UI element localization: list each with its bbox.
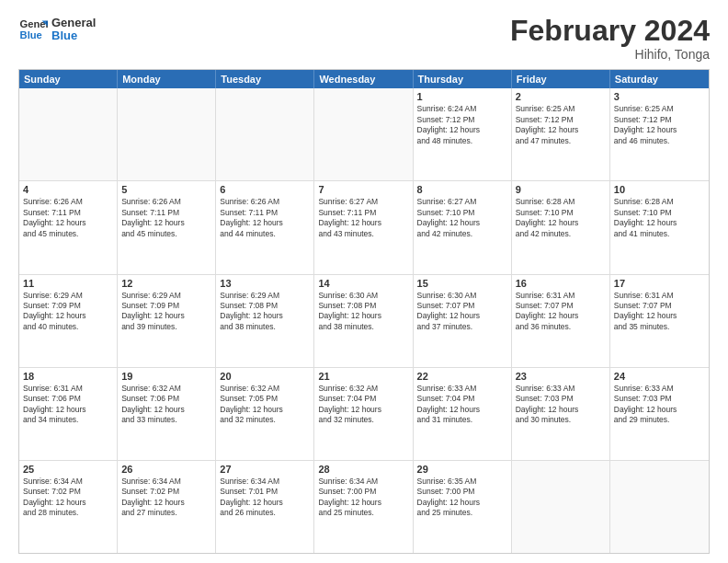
title-area: February 2024 Hihifo, Tonga bbox=[510, 15, 710, 62]
day-number: 18 bbox=[23, 371, 113, 382]
cal-cell: 3Sunrise: 6:25 AM Sunset: 7:12 PM Daylig… bbox=[610, 88, 709, 180]
day-info: Sunrise: 6:34 AM Sunset: 7:02 PM Dayligh… bbox=[121, 477, 211, 519]
month-title: February 2024 bbox=[510, 15, 710, 47]
day-info: Sunrise: 6:27 AM Sunset: 7:11 PM Dayligh… bbox=[318, 197, 408, 239]
cal-cell bbox=[512, 461, 610, 553]
calendar: SundayMondayTuesdayWednesdayThursdayFrid… bbox=[18, 69, 710, 554]
cal-cell: 25Sunrise: 6:34 AM Sunset: 7:02 PM Dayli… bbox=[19, 461, 118, 553]
day-info: Sunrise: 6:28 AM Sunset: 7:10 PM Dayligh… bbox=[516, 197, 606, 239]
svg-text:General: General bbox=[20, 18, 48, 29]
cal-cell: 27Sunrise: 6:34 AM Sunset: 7:01 PM Dayli… bbox=[216, 461, 314, 553]
cal-cell: 13Sunrise: 6:29 AM Sunset: 7:08 PM Dayli… bbox=[216, 275, 314, 367]
day-info: Sunrise: 6:27 AM Sunset: 7:10 PM Dayligh… bbox=[417, 197, 507, 239]
day-number: 22 bbox=[417, 371, 507, 382]
day-info: Sunrise: 6:34 AM Sunset: 7:00 PM Dayligh… bbox=[318, 477, 408, 519]
day-number: 25 bbox=[23, 464, 113, 475]
cal-cell: 9Sunrise: 6:28 AM Sunset: 7:10 PM Daylig… bbox=[512, 181, 610, 273]
cal-cell: 24Sunrise: 6:33 AM Sunset: 7:03 PM Dayli… bbox=[610, 368, 709, 460]
header-day-monday: Monday bbox=[118, 70, 216, 88]
week-row-1: 4Sunrise: 6:26 AM Sunset: 7:11 PM Daylig… bbox=[19, 181, 709, 274]
day-info: Sunrise: 6:25 AM Sunset: 7:12 PM Dayligh… bbox=[614, 104, 705, 146]
cal-cell: 14Sunrise: 6:30 AM Sunset: 7:08 PM Dayli… bbox=[314, 275, 413, 367]
day-info: Sunrise: 6:25 AM Sunset: 7:12 PM Dayligh… bbox=[516, 104, 606, 146]
day-info: Sunrise: 6:33 AM Sunset: 7:03 PM Dayligh… bbox=[614, 384, 705, 426]
logo-icon: General Blue bbox=[18, 15, 48, 44]
day-number: 6 bbox=[220, 184, 310, 195]
day-number: 8 bbox=[417, 184, 507, 195]
day-number: 24 bbox=[614, 371, 705, 382]
day-info: Sunrise: 6:34 AM Sunset: 7:01 PM Dayligh… bbox=[220, 477, 310, 519]
day-number: 28 bbox=[318, 464, 408, 475]
calendar-header: SundayMondayTuesdayWednesdayThursdayFrid… bbox=[19, 70, 709, 88]
day-info: Sunrise: 6:34 AM Sunset: 7:02 PM Dayligh… bbox=[23, 477, 113, 519]
day-info: Sunrise: 6:26 AM Sunset: 7:11 PM Dayligh… bbox=[121, 197, 211, 239]
day-info: Sunrise: 6:31 AM Sunset: 7:07 PM Dayligh… bbox=[516, 291, 606, 333]
logo-general: General bbox=[51, 17, 96, 29]
day-number: 3 bbox=[614, 91, 705, 102]
cal-cell: 11Sunrise: 6:29 AM Sunset: 7:09 PM Dayli… bbox=[19, 275, 118, 367]
cal-cell: 15Sunrise: 6:30 AM Sunset: 7:07 PM Dayli… bbox=[414, 275, 512, 367]
day-number: 26 bbox=[121, 464, 211, 475]
cal-cell: 28Sunrise: 6:34 AM Sunset: 7:00 PM Dayli… bbox=[314, 461, 413, 553]
logo: General Blue General Blue bbox=[18, 15, 96, 44]
cal-cell: 16Sunrise: 6:31 AM Sunset: 7:07 PM Dayli… bbox=[512, 275, 610, 367]
day-number: 10 bbox=[614, 184, 705, 195]
week-row-4: 25Sunrise: 6:34 AM Sunset: 7:02 PM Dayli… bbox=[19, 461, 709, 553]
cal-cell: 26Sunrise: 6:34 AM Sunset: 7:02 PM Dayli… bbox=[118, 461, 216, 553]
day-number: 5 bbox=[121, 184, 211, 195]
cal-cell bbox=[118, 88, 216, 180]
cal-cell: 7Sunrise: 6:27 AM Sunset: 7:11 PM Daylig… bbox=[314, 181, 413, 273]
header-day-saturday: Saturday bbox=[610, 70, 709, 88]
cal-cell bbox=[314, 88, 413, 180]
day-info: Sunrise: 6:33 AM Sunset: 7:04 PM Dayligh… bbox=[417, 384, 507, 426]
week-row-3: 18Sunrise: 6:31 AM Sunset: 7:06 PM Dayli… bbox=[19, 368, 709, 461]
header-day-thursday: Thursday bbox=[414, 70, 512, 88]
day-number: 11 bbox=[23, 278, 113, 289]
day-info: Sunrise: 6:28 AM Sunset: 7:10 PM Dayligh… bbox=[614, 197, 705, 239]
day-info: Sunrise: 6:30 AM Sunset: 7:07 PM Dayligh… bbox=[417, 291, 507, 333]
calendar-body: 1Sunrise: 6:24 AM Sunset: 7:12 PM Daylig… bbox=[19, 88, 709, 553]
cal-cell: 17Sunrise: 6:31 AM Sunset: 7:07 PM Dayli… bbox=[610, 275, 709, 367]
cal-cell: 18Sunrise: 6:31 AM Sunset: 7:06 PM Dayli… bbox=[19, 368, 118, 460]
day-info: Sunrise: 6:24 AM Sunset: 7:12 PM Dayligh… bbox=[417, 104, 507, 146]
day-info: Sunrise: 6:33 AM Sunset: 7:03 PM Dayligh… bbox=[516, 384, 606, 426]
day-info: Sunrise: 6:35 AM Sunset: 7:00 PM Dayligh… bbox=[417, 477, 507, 519]
day-info: Sunrise: 6:32 AM Sunset: 7:06 PM Dayligh… bbox=[121, 384, 211, 426]
day-number: 27 bbox=[220, 464, 310, 475]
day-number: 1 bbox=[417, 91, 507, 102]
header: General Blue General Blue February 2024 … bbox=[18, 15, 710, 62]
cal-cell: 22Sunrise: 6:33 AM Sunset: 7:04 PM Dayli… bbox=[414, 368, 512, 460]
day-number: 12 bbox=[121, 278, 211, 289]
week-row-2: 11Sunrise: 6:29 AM Sunset: 7:09 PM Dayli… bbox=[19, 275, 709, 368]
cal-cell: 20Sunrise: 6:32 AM Sunset: 7:05 PM Dayli… bbox=[216, 368, 314, 460]
logo-blue: Blue bbox=[51, 29, 96, 42]
day-info: Sunrise: 6:32 AM Sunset: 7:04 PM Dayligh… bbox=[318, 384, 408, 426]
cal-cell: 10Sunrise: 6:28 AM Sunset: 7:10 PM Dayli… bbox=[610, 181, 709, 273]
header-day-friday: Friday bbox=[512, 70, 610, 88]
day-info: Sunrise: 6:31 AM Sunset: 7:07 PM Dayligh… bbox=[614, 291, 705, 333]
day-number: 2 bbox=[516, 91, 606, 102]
day-info: Sunrise: 6:30 AM Sunset: 7:08 PM Dayligh… bbox=[318, 291, 408, 333]
cal-cell: 29Sunrise: 6:35 AM Sunset: 7:00 PM Dayli… bbox=[414, 461, 512, 553]
day-info: Sunrise: 6:26 AM Sunset: 7:11 PM Dayligh… bbox=[220, 197, 310, 239]
day-info: Sunrise: 6:31 AM Sunset: 7:06 PM Dayligh… bbox=[23, 384, 113, 426]
week-row-0: 1Sunrise: 6:24 AM Sunset: 7:12 PM Daylig… bbox=[19, 88, 709, 181]
cal-cell bbox=[216, 88, 314, 180]
page: General Blue General Blue February 2024 … bbox=[0, 0, 728, 563]
svg-text:Blue: Blue bbox=[20, 29, 42, 40]
day-number: 4 bbox=[23, 184, 113, 195]
cal-cell: 23Sunrise: 6:33 AM Sunset: 7:03 PM Dayli… bbox=[512, 368, 610, 460]
day-info: Sunrise: 6:29 AM Sunset: 7:09 PM Dayligh… bbox=[121, 291, 211, 333]
day-info: Sunrise: 6:32 AM Sunset: 7:05 PM Dayligh… bbox=[220, 384, 310, 426]
cal-cell: 12Sunrise: 6:29 AM Sunset: 7:09 PM Dayli… bbox=[118, 275, 216, 367]
cal-cell: 5Sunrise: 6:26 AM Sunset: 7:11 PM Daylig… bbox=[118, 181, 216, 273]
day-info: Sunrise: 6:29 AM Sunset: 7:08 PM Dayligh… bbox=[220, 291, 310, 333]
day-number: 14 bbox=[318, 278, 408, 289]
day-number: 9 bbox=[516, 184, 606, 195]
day-number: 29 bbox=[417, 464, 507, 475]
cal-cell: 21Sunrise: 6:32 AM Sunset: 7:04 PM Dayli… bbox=[314, 368, 413, 460]
day-number: 7 bbox=[318, 184, 408, 195]
cal-cell bbox=[610, 461, 709, 553]
cal-cell: 4Sunrise: 6:26 AM Sunset: 7:11 PM Daylig… bbox=[19, 181, 118, 273]
location: Hihifo, Tonga bbox=[510, 47, 710, 62]
